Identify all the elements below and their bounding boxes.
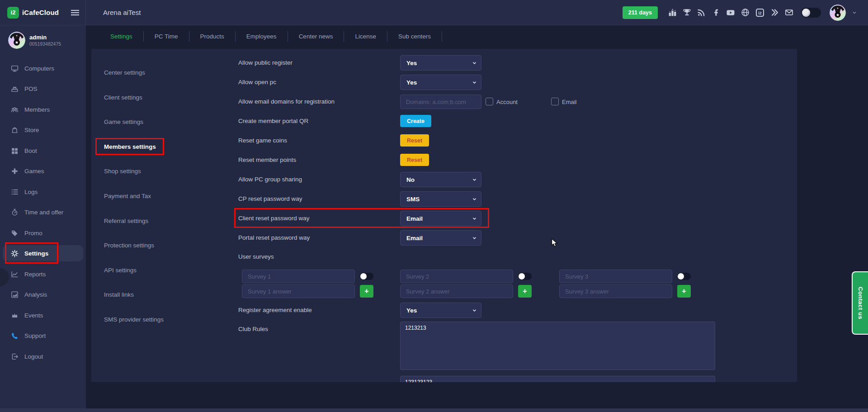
tab-bar: SettingsPC TimeProductsEmployeesCenter n… bbox=[86, 25, 868, 47]
settings-menu-game-settings[interactable]: Game settings bbox=[104, 115, 143, 128]
label-client-reset-password-way: Client reset password way bbox=[238, 215, 310, 222]
rss-icon[interactable] bbox=[697, 8, 706, 17]
hamburger-menu-icon[interactable] bbox=[71, 9, 79, 16]
sidebar-item-members[interactable]: Members bbox=[3, 101, 83, 118]
chevron-down-icon[interactable] bbox=[852, 10, 857, 15]
select-allow-public-register[interactable]: Yes bbox=[400, 55, 481, 71]
chevrons-icon[interactable] bbox=[770, 8, 779, 17]
sidebar-item-logout[interactable]: Logout bbox=[3, 348, 83, 365]
create-member-portal-qr-button[interactable]: Create bbox=[400, 115, 431, 127]
sidebar-item-pos[interactable]: POS bbox=[3, 81, 83, 97]
select-value: Yes bbox=[406, 60, 417, 66]
settings-menu-protection-settings[interactable]: Protection settings bbox=[104, 238, 154, 252]
tab-pc-time[interactable]: PC Time bbox=[144, 31, 189, 42]
survey-3-toggle[interactable] bbox=[677, 273, 691, 280]
sidebar-item-store[interactable]: Store bbox=[3, 122, 83, 138]
theme-toggle[interactable] bbox=[801, 8, 821, 18]
survey-2-input[interactable] bbox=[400, 270, 513, 283]
survey-1-add-button[interactable]: + bbox=[360, 285, 373, 298]
survey-2-toggle[interactable] bbox=[518, 273, 532, 280]
select-client-reset-password-way[interactable]: Email bbox=[400, 211, 481, 226]
survey-3-answer-input[interactable] bbox=[559, 284, 672, 298]
tab-products[interactable]: Products bbox=[189, 31, 236, 42]
games-icon bbox=[11, 167, 19, 175]
survey-2-add-button[interactable]: + bbox=[518, 285, 532, 298]
settings-menu-payment-and-tax[interactable]: Payment and Tax bbox=[104, 189, 151, 203]
tab-employees[interactable]: Employees bbox=[236, 31, 288, 42]
contact-us-button[interactable]: Contact us bbox=[852, 271, 868, 335]
podium-icon[interactable] bbox=[668, 8, 677, 17]
sidebar-item-logs[interactable]: Logs bbox=[3, 184, 83, 200]
sidebar-item-label: Events bbox=[24, 312, 43, 319]
label-allow-pc-group-sharing: Allow PC group sharing bbox=[238, 176, 302, 183]
sidebar-item-boot[interactable]: Boot bbox=[3, 142, 83, 159]
icafe-mark-icon[interactable]: i2 bbox=[755, 8, 764, 17]
sidebar-item-analysis[interactable]: Analysis bbox=[3, 286, 83, 303]
label-allow-public-register: Allow public register bbox=[238, 59, 292, 66]
settings-menu-center-settings[interactable]: Center settings bbox=[104, 66, 145, 79]
select-value: Yes bbox=[406, 307, 417, 314]
select-cp-reset-password-way[interactable]: SMS bbox=[400, 191, 481, 207]
select-register-agreement-enable[interactable]: Yes bbox=[400, 303, 481, 318]
survey-2-answer-input[interactable] bbox=[400, 284, 513, 298]
select-portal-reset-password-way[interactable]: Email bbox=[400, 230, 481, 246]
tab-center-news[interactable]: Center news bbox=[288, 31, 344, 42]
trophy-icon[interactable] bbox=[683, 8, 691, 17]
label-portal-reset-password-way: Portal reset password way bbox=[238, 234, 310, 241]
brand-area: i2 iCafeCloud bbox=[0, 0, 86, 25]
facebook-icon[interactable] bbox=[712, 8, 720, 17]
settings-menu-members-settings[interactable]: Members settings bbox=[104, 140, 156, 153]
club-rules-textarea[interactable] bbox=[400, 322, 715, 370]
settings-menu-sms-provider-settings[interactable]: SMS provider settings bbox=[104, 313, 164, 326]
select-allow-pc-group-sharing[interactable]: No bbox=[400, 172, 481, 187]
survey-1-input[interactable] bbox=[242, 270, 355, 283]
sidebar-item-events[interactable]: Events bbox=[3, 307, 83, 323]
sidebar-item-games[interactable]: Games bbox=[3, 163, 83, 179]
survey-3-add-button[interactable]: + bbox=[677, 285, 691, 298]
toggle-knob bbox=[802, 9, 810, 17]
sidebar-item-time-and-offer[interactable]: Time and offer bbox=[3, 204, 83, 220]
sidebar-item-computers[interactable]: Computers bbox=[3, 60, 83, 76]
header-actions: 211 days i2 ★ bbox=[623, 5, 868, 21]
survey-1-answer-input[interactable] bbox=[242, 284, 355, 298]
globe-icon[interactable] bbox=[741, 8, 750, 17]
sidebar-item-label: Promo bbox=[24, 230, 42, 237]
mail-icon[interactable] bbox=[785, 8, 793, 17]
survey-3-input[interactable] bbox=[559, 270, 672, 283]
pos-icon bbox=[11, 85, 19, 93]
overflow-textarea[interactable] bbox=[400, 376, 715, 382]
logs-icon bbox=[11, 188, 19, 196]
sidebar-item-promo[interactable]: Promo bbox=[3, 225, 83, 241]
email-checkbox[interactable] bbox=[551, 98, 559, 105]
sidebar-item-label: Logout bbox=[24, 353, 43, 360]
settings-menu-referral-settings[interactable]: Referral settings bbox=[104, 214, 148, 227]
reset-game-coins-button[interactable]: Reset bbox=[400, 134, 429, 147]
input-allow-email-domains-for-registration[interactable] bbox=[400, 95, 481, 109]
sidebar-item-settings[interactable]: Settings bbox=[3, 245, 83, 261]
settings-menu-api-settings[interactable]: API settings bbox=[104, 263, 137, 277]
account-checkbox[interactable] bbox=[486, 98, 493, 105]
survey-1-toggle[interactable] bbox=[360, 273, 373, 280]
select-value: Email bbox=[406, 215, 423, 222]
support-icon bbox=[11, 332, 19, 340]
sidebar-item-reports[interactable]: Reports bbox=[3, 266, 83, 282]
youtube-icon[interactable] bbox=[726, 8, 735, 17]
select-allow-open-pc[interactable]: Yes bbox=[400, 75, 481, 90]
settings-menu-shop-settings[interactable]: Shop settings bbox=[104, 164, 141, 178]
sidebar-item-label: Games bbox=[24, 168, 44, 175]
tab-license[interactable]: License bbox=[344, 31, 387, 42]
toggle-knob bbox=[519, 273, 525, 279]
settings-menu-client-settings[interactable]: Client settings bbox=[104, 90, 142, 104]
sidebar-item-support[interactable]: Support bbox=[3, 327, 83, 344]
select-value: No bbox=[406, 176, 415, 183]
horizontal-scrollbar-strip[interactable] bbox=[0, 408, 868, 412]
tab-sub-centers[interactable]: Sub centers bbox=[387, 31, 442, 42]
sidebar-item-label: Computers bbox=[24, 65, 54, 72]
tab-settings[interactable]: Settings bbox=[99, 31, 144, 42]
user-avatar[interactable]: ★ bbox=[830, 5, 846, 21]
reset-member-points-button[interactable]: Reset bbox=[400, 154, 429, 166]
settings-menu-install-links[interactable]: Install links bbox=[104, 288, 134, 301]
user-block[interactable]: ★ admin 005193482475 bbox=[8, 32, 61, 49]
days-remaining-badge[interactable]: 211 days bbox=[623, 6, 658, 19]
store-icon bbox=[11, 126, 19, 134]
